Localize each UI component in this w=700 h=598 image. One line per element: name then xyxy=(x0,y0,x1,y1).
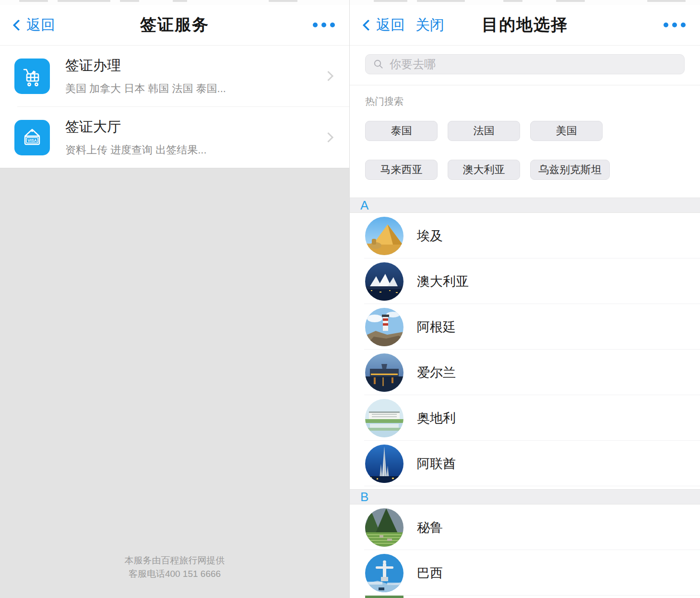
dest-row-next-partial[interactable] xyxy=(350,596,700,598)
tag-malaysia[interactable]: 马来西亚 xyxy=(365,160,438,180)
more-icon[interactable] xyxy=(664,23,686,27)
uae-photo xyxy=(365,445,403,483)
tag-thailand[interactable]: 泰国 xyxy=(365,121,438,141)
dest-name: 阿根廷 xyxy=(417,318,456,336)
back-chevron-icon xyxy=(12,19,24,31)
back-label: 返回 xyxy=(26,15,55,35)
search-icon xyxy=(373,59,384,70)
dest-name: 阿联酋 xyxy=(417,455,456,472)
back-button[interactable]: 返回 xyxy=(14,15,55,35)
statusbar-cutoff xyxy=(0,0,349,5)
background-area: 本服务由百程旅行网提供 客服电话400 151 6666 xyxy=(0,168,349,598)
search-input[interactable] xyxy=(390,58,676,71)
egypt-photo xyxy=(365,217,403,255)
item-title: 签证大厅 xyxy=(65,117,309,137)
dest-name: 澳大利亚 xyxy=(417,273,469,290)
tag-france[interactable]: 法国 xyxy=(448,121,520,141)
back-label: 返回 xyxy=(376,15,405,35)
list-item-visa-hall[interactable]: VISA 签证大厅 资料上传 进度查询 出签结果... xyxy=(0,107,349,168)
ireland-photo xyxy=(365,353,403,392)
austria-photo xyxy=(365,399,403,437)
divider xyxy=(350,85,700,85)
brazil-photo xyxy=(365,554,403,592)
list-item-visa-apply[interactable]: 签证办理 美国 加拿大 日本 韩国 法国 泰国... xyxy=(0,46,349,106)
item-subtitle: 美国 加拿大 日本 韩国 法国 泰国... xyxy=(65,82,309,96)
tag-uzbekistan[interactable]: 乌兹别克斯坦 xyxy=(530,160,610,180)
index-band-b: B xyxy=(350,489,700,504)
dest-row-argentina[interactable]: 阿根廷 xyxy=(350,304,700,350)
hot-search-label: 热门搜索 xyxy=(365,95,685,108)
navbar: 返回 关闭 目的地选择 xyxy=(350,5,700,46)
hot-search-tags: 泰国 法国 美国 马来西亚 澳大利亚 乌兹别克斯坦 xyxy=(365,121,685,180)
dest-row-uae[interactable]: 阿联酋 xyxy=(350,441,700,486)
close-button[interactable]: 关闭 xyxy=(415,15,444,35)
item-subtitle: 资料上传 进度查询 出签结果... xyxy=(65,143,309,157)
search-bar[interactable] xyxy=(365,54,685,74)
chevron-right-icon xyxy=(323,71,333,81)
visa-sign-text: VISA xyxy=(27,139,36,143)
tag-usa[interactable]: 美国 xyxy=(530,121,603,141)
tag-australia[interactable]: 澳大利亚 xyxy=(448,160,520,180)
dest-row-egypt[interactable]: 埃及 xyxy=(350,213,700,258)
next-photo-sliver xyxy=(365,596,403,598)
cart-icon xyxy=(14,59,50,94)
back-button[interactable]: 返回 xyxy=(364,15,405,35)
dest-name: 巴西 xyxy=(417,564,443,582)
dest-row-ireland[interactable]: 爱尔兰 xyxy=(350,350,700,395)
australia-photo xyxy=(365,262,403,301)
more-icon[interactable] xyxy=(313,23,335,27)
service-phone: 客服电话400 151 6666 xyxy=(129,567,221,581)
dest-name: 秘鲁 xyxy=(417,519,443,536)
page-title: 目的地选择 xyxy=(482,14,568,36)
provider-note: 本服务由百程旅行网提供 xyxy=(125,554,225,567)
argentina-photo xyxy=(365,308,403,346)
dest-name: 爱尔兰 xyxy=(417,364,456,381)
dest-row-peru[interactable]: 秘鲁 xyxy=(350,504,700,550)
index-band-a: A xyxy=(350,198,700,213)
navbar: 返回 签证服务 xyxy=(0,5,349,46)
peru-photo xyxy=(365,508,403,547)
dest-name: 奥地利 xyxy=(417,410,456,427)
dest-row-australia[interactable]: 澳大利亚 xyxy=(350,258,700,304)
page-title: 签证服务 xyxy=(140,14,209,36)
statusbar-cutoff xyxy=(350,0,700,5)
dest-row-brazil[interactable]: 巴西 xyxy=(350,550,700,596)
dest-name: 埃及 xyxy=(417,227,443,245)
chevron-right-icon xyxy=(323,132,333,142)
visa-service-screen: 返回 签证服务 签证办理 美国 加拿大 日本 韩 xyxy=(0,0,350,598)
service-list: 签证办理 美国 加拿大 日本 韩国 法国 泰国... VISA 签证大厅 资料上… xyxy=(0,46,349,168)
back-chevron-icon xyxy=(362,19,374,31)
destination-select-screen: 返回 关闭 目的地选择 热门搜索 泰国 法国 美国 马来西亚 澳大利亚 乌兹别克… xyxy=(350,0,700,598)
visa-sign-icon: VISA xyxy=(14,120,50,155)
dest-row-austria[interactable]: 奥地利 xyxy=(350,395,700,441)
item-title: 签证办理 xyxy=(65,56,309,75)
